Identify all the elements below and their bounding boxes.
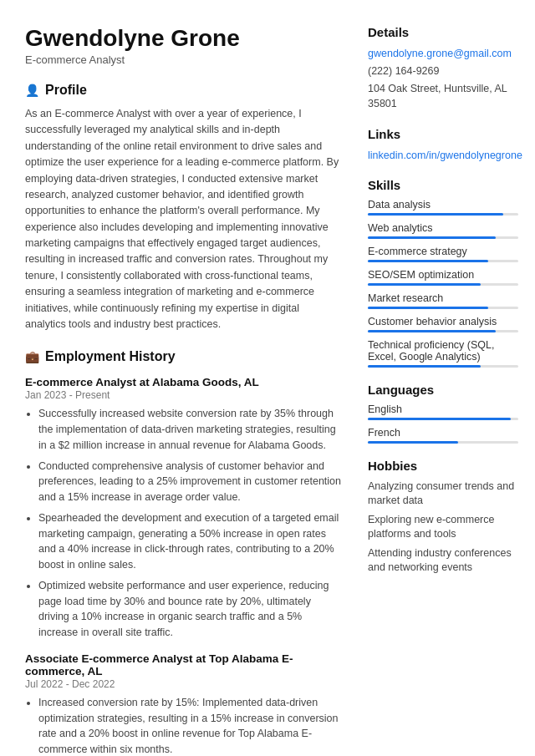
profile-section-header: 👤 Profile bbox=[25, 83, 343, 98]
skill-item-5: Customer behavior analysis bbox=[368, 316, 518, 332]
skill-bar-fill-5 bbox=[368, 330, 496, 332]
skills-section-header: Skills bbox=[368, 178, 518, 192]
detail-address: 104 Oak Street, Huntsville, AL 35801 bbox=[368, 81, 518, 111]
detail-email: gwendolyne.grone@gmail.com bbox=[368, 46, 518, 61]
skill-item-6: Technical proficiency (SQL, Excel, Googl… bbox=[368, 339, 518, 368]
right-column: Details gwendolyne.grone@gmail.com (222)… bbox=[368, 25, 518, 756]
skill-bar-fill-3 bbox=[368, 283, 481, 286]
skill-item-0: Data analysis bbox=[368, 199, 518, 216]
skill-bar-bg-1 bbox=[368, 236, 518, 239]
lang-item-1: French bbox=[368, 427, 518, 444]
skill-bar-fill-1 bbox=[368, 236, 496, 239]
skills-container: Data analysisWeb analyticsE-commerce str… bbox=[368, 199, 518, 368]
bullet-0-1: Conducted comprehensive analysis of cust… bbox=[38, 459, 343, 505]
hobby-item-1: Exploring new e-commerce platforms and t… bbox=[368, 513, 518, 542]
job-date-1: Jul 2022 - Dec 2022 bbox=[25, 678, 343, 690]
job-entry-0: E-commerce Analyst at Alabama Goods, ALJ… bbox=[25, 376, 343, 641]
hobbies-section-header: Hobbies bbox=[368, 459, 518, 473]
hobbies-container: Analyzing consumer trends and market dat… bbox=[368, 479, 518, 576]
details-section-header: Details bbox=[368, 25, 518, 39]
skill-label-3: SEO/SEM optimization bbox=[368, 269, 518, 281]
employment-section-header: 💼 Employment History bbox=[25, 349, 343, 364]
employment-icon: 💼 bbox=[25, 350, 39, 363]
skill-item-1: Web analytics bbox=[368, 222, 518, 239]
languages-section-header: Languages bbox=[368, 383, 518, 397]
skill-bar-bg-6 bbox=[368, 365, 518, 368]
skill-label-4: Market research bbox=[368, 292, 518, 304]
skill-bar-bg-5 bbox=[368, 330, 518, 332]
skill-item-4: Market research bbox=[368, 292, 518, 309]
left-column: Gwendolyne Grone E-commerce Analyst 👤 Pr… bbox=[25, 25, 343, 756]
profile-icon: 👤 bbox=[25, 84, 39, 97]
bullet-1-0: Increased conversion rate by 15%: Implem… bbox=[38, 695, 343, 756]
profile-section-label: Profile bbox=[45, 83, 87, 98]
links-section-header: Links bbox=[368, 127, 518, 141]
hobby-item-2: Attending industry conferences and netwo… bbox=[368, 546, 518, 576]
detail-linkedin: linkedin.com/in/gwendolynegrone bbox=[368, 148, 518, 163]
candidate-job-title: E-commerce Analyst bbox=[25, 53, 343, 66]
employment-section-label: Employment History bbox=[45, 349, 176, 364]
skill-item-2: E-commerce strategy bbox=[368, 246, 518, 262]
job-entry-1: Associate E-commerce Analyst at Top Alab… bbox=[25, 652, 343, 756]
jobs-container: E-commerce Analyst at Alabama Goods, ALJ… bbox=[25, 376, 343, 756]
skill-bar-fill-6 bbox=[368, 365, 481, 368]
skill-bar-fill-2 bbox=[368, 260, 488, 262]
bullet-0-2: Spearheaded the development and executio… bbox=[38, 510, 343, 573]
lang-item-0: English bbox=[368, 403, 518, 420]
skill-bar-bg-0 bbox=[368, 213, 518, 216]
lang-bar-fill-1 bbox=[368, 441, 458, 444]
job-date-0: Jan 2023 - Present bbox=[25, 389, 343, 401]
skill-bar-fill-4 bbox=[368, 307, 488, 309]
profile-text: As an E-commerce Analyst with over a yea… bbox=[25, 106, 343, 332]
languages-container: EnglishFrench bbox=[368, 403, 518, 444]
job-title-0: E-commerce Analyst at Alabama Goods, AL bbox=[25, 376, 343, 388]
candidate-name: Gwendolyne Grone bbox=[25, 25, 343, 52]
skill-label-1: Web analytics bbox=[368, 222, 518, 234]
skill-item-3: SEO/SEM optimization bbox=[368, 269, 518, 286]
skill-label-6: Technical proficiency (SQL, Excel, Googl… bbox=[368, 339, 518, 363]
linkedin-link[interactable]: linkedin.com/in/gwendolynegrone bbox=[368, 150, 522, 161]
skill-bar-fill-0 bbox=[368, 213, 503, 216]
skill-label-2: E-commerce strategy bbox=[368, 246, 518, 257]
lang-bar-bg-0 bbox=[368, 418, 518, 420]
job-title-1: Associate E-commerce Analyst at Top Alab… bbox=[25, 652, 343, 677]
hobby-item-0: Analyzing consumer trends and market dat… bbox=[368, 479, 518, 509]
job-bullets-0: Successfully increased website conversio… bbox=[25, 406, 343, 641]
bullet-0-0: Successfully increased website conversio… bbox=[38, 406, 343, 453]
email-link[interactable]: gwendolyne.grone@gmail.com bbox=[368, 48, 512, 59]
detail-phone: (222) 164-9269 bbox=[368, 63, 518, 79]
skill-bar-bg-3 bbox=[368, 283, 518, 286]
skill-bar-bg-4 bbox=[368, 307, 518, 309]
job-bullets-1: Increased conversion rate by 15%: Implem… bbox=[25, 695, 343, 756]
skill-label-5: Customer behavior analysis bbox=[368, 316, 518, 327]
skill-bar-bg-2 bbox=[368, 260, 518, 262]
bullet-0-3: Optimized website performance and user e… bbox=[38, 578, 343, 641]
lang-label-0: English bbox=[368, 403, 518, 415]
lang-bar-fill-0 bbox=[368, 418, 511, 420]
lang-bar-bg-1 bbox=[368, 441, 518, 444]
skill-label-0: Data analysis bbox=[368, 199, 518, 211]
lang-label-1: French bbox=[368, 427, 518, 439]
